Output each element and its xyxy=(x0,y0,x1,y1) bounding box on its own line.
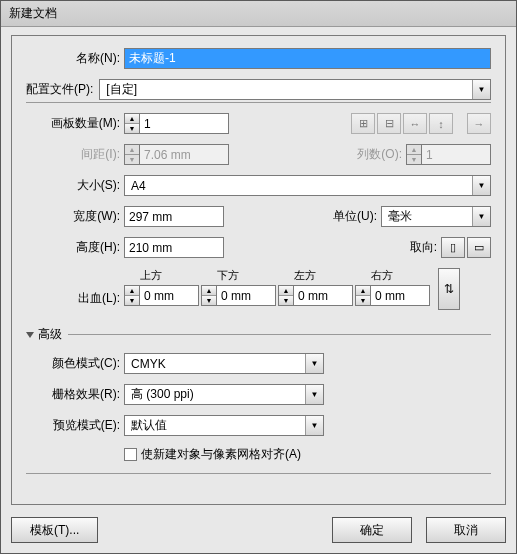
chevron-down-icon[interactable]: ▼ xyxy=(305,416,323,435)
dialog-footer: 模板(T)... 确定 取消 xyxy=(1,511,516,553)
columns-spin: ▲▼ xyxy=(406,144,491,165)
arrange-col-icon: ↕ xyxy=(429,113,453,134)
dialog-body: 名称(N): 配置文件(P): [自定] ▼ 画板数量(M): ▲▼ ⊞ ⊟ ↔ xyxy=(11,35,506,505)
advanced-label: 高级 xyxy=(38,326,62,343)
bleed-right-spin[interactable]: ▲▼ xyxy=(355,285,430,306)
raster-value: 高 (300 ppi) xyxy=(125,385,305,404)
spin-up-icon[interactable]: ▲ xyxy=(125,114,139,124)
raster-label: 栅格效果(R): xyxy=(26,386,124,403)
advanced-caret-icon[interactable] xyxy=(26,332,34,338)
orientation-portrait-icon[interactable]: ▯ xyxy=(441,237,465,258)
size-value: A4 xyxy=(125,176,472,195)
chevron-down-icon[interactable]: ▼ xyxy=(472,80,490,99)
arrange-row-rtl-icon: ↔ xyxy=(403,113,427,134)
height-input[interactable] xyxy=(124,237,224,258)
height-label: 高度(H): xyxy=(26,239,124,256)
cancel-button[interactable]: 取消 xyxy=(426,517,506,543)
profile-value: [自定] xyxy=(100,80,472,99)
align-pixel-label: 使新建对象与像素网格对齐(A) xyxy=(141,446,301,463)
spin-down-icon[interactable]: ▼ xyxy=(125,124,139,133)
bleed-label: 出血(L): xyxy=(26,290,124,310)
preview-value: 默认值 xyxy=(125,416,305,435)
bleed-bottom-input[interactable] xyxy=(216,285,276,306)
align-pixel-checkbox[interactable] xyxy=(124,448,137,461)
size-label: 大小(S): xyxy=(26,177,124,194)
artboards-spin[interactable]: ▲▼ xyxy=(124,113,229,134)
dialog-title: 新建文档 xyxy=(9,6,57,20)
name-input[interactable] xyxy=(124,48,491,69)
bleed-bottom-spin[interactable]: ▲▼ xyxy=(201,285,276,306)
bleed-left-input[interactable] xyxy=(293,285,353,306)
columns-label: 列数(O): xyxy=(357,146,406,163)
bleed-right-input[interactable] xyxy=(370,285,430,306)
new-document-dialog: 新建文档 名称(N): 配置文件(P): [自定] ▼ 画板数量(M): ▲▼ xyxy=(0,0,517,554)
profile-label: 配置文件(P): xyxy=(26,81,93,98)
arrange-grid-col-icon: ⊟ xyxy=(377,113,401,134)
bleed-group: 上方 ▲▼ 下方 ▲▼ 左方 ▲▼ 右方 ▲▼ ⇅ xyxy=(124,268,460,310)
chevron-down-icon[interactable]: ▼ xyxy=(472,207,490,226)
width-label: 宽度(W): xyxy=(26,208,124,225)
name-label: 名称(N): xyxy=(26,50,124,67)
arrange-grid-row-icon: ⊞ xyxy=(351,113,375,134)
orientation-landscape-icon[interactable]: ▭ xyxy=(467,237,491,258)
preview-select[interactable]: 默认值 ▼ xyxy=(124,415,324,436)
raster-select[interactable]: 高 (300 ppi) ▼ xyxy=(124,384,324,405)
artboards-label: 画板数量(M): xyxy=(26,115,124,132)
width-input[interactable] xyxy=(124,206,224,227)
chevron-down-icon[interactable]: ▼ xyxy=(472,176,490,195)
bleed-left-label: 左方 xyxy=(278,268,353,283)
bleed-top-spin[interactable]: ▲▼ xyxy=(124,285,199,306)
spacing-label: 间距(I): xyxy=(26,146,124,163)
colormode-label: 颜色模式(C): xyxy=(26,355,124,372)
artboard-arrange-group: ⊞ ⊟ ↔ ↕ → xyxy=(351,113,491,134)
artboards-input[interactable] xyxy=(139,113,229,134)
bleed-bottom-label: 下方 xyxy=(201,268,276,283)
ok-button[interactable]: 确定 xyxy=(332,517,412,543)
colormode-select[interactable]: CMYK ▼ xyxy=(124,353,324,374)
link-icon: ⇅ xyxy=(444,282,454,296)
chevron-down-icon[interactable]: ▼ xyxy=(305,354,323,373)
titlebar[interactable]: 新建文档 xyxy=(1,1,516,27)
size-select[interactable]: A4 ▼ xyxy=(124,175,491,196)
units-select[interactable]: 毫米 ▼ xyxy=(381,206,491,227)
bleed-top-label: 上方 xyxy=(124,268,199,283)
template-button[interactable]: 模板(T)... xyxy=(11,517,98,543)
preview-label: 预览模式(E): xyxy=(26,417,124,434)
profile-select[interactable]: [自定] ▼ xyxy=(99,79,491,100)
units-label: 单位(U): xyxy=(333,208,381,225)
arrange-direction-icon: → xyxy=(467,113,491,134)
bleed-right-label: 右方 xyxy=(355,268,430,283)
bleed-left-spin[interactable]: ▲▼ xyxy=(278,285,353,306)
units-value: 毫米 xyxy=(382,207,472,226)
orientation-label: 取向: xyxy=(410,239,441,256)
spacing-input xyxy=(139,144,229,165)
colormode-value: CMYK xyxy=(125,354,305,373)
bleed-top-input[interactable] xyxy=(139,285,199,306)
spacing-spin: ▲▼ xyxy=(124,144,229,165)
bleed-link-button[interactable]: ⇅ xyxy=(438,268,460,310)
chevron-down-icon[interactable]: ▼ xyxy=(305,385,323,404)
columns-input xyxy=(421,144,491,165)
